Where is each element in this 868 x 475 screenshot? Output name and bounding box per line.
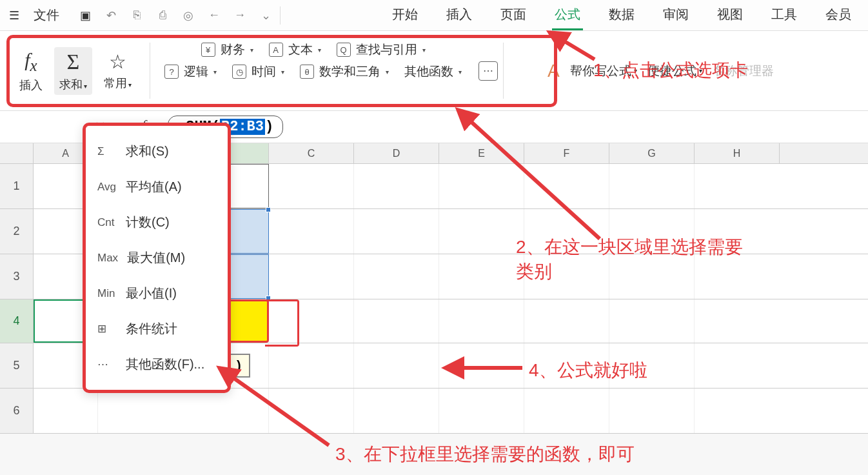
- cell-E6[interactable]: [439, 389, 524, 433]
- tab-start[interactable]: 开始: [390, 1, 420, 30]
- cell-G3[interactable]: [609, 254, 695, 299]
- dropdown-more-functions[interactable]: ⋯其他函数(F)...: [86, 347, 228, 382]
- ai-icon: A: [547, 61, 560, 81]
- cell-D1[interactable]: [354, 164, 439, 208]
- cell-B6[interactable]: [98, 389, 269, 433]
- tab-member[interactable]: 会员: [823, 1, 854, 30]
- ribbon-group-functions: fx 插入 Σ 求和▾ ☆ 常用▾: [6, 35, 144, 106]
- cell-F1[interactable]: [524, 164, 609, 208]
- formula-text-suffix: ): [265, 119, 273, 135]
- cell-G6[interactable]: [609, 389, 695, 433]
- col-header-D[interactable]: D: [354, 143, 439, 163]
- col-header-H[interactable]: H: [695, 143, 780, 163]
- star-icon: ☆: [109, 50, 126, 73]
- cell-G4[interactable]: [609, 299, 695, 343]
- row-header-6[interactable]: 6: [0, 389, 34, 433]
- undo-icon[interactable]: ↶: [102, 6, 120, 25]
- col-header-C[interactable]: C: [269, 143, 354, 163]
- time-button[interactable]: ◷时间▾: [232, 63, 284, 80]
- text-a-icon: A: [269, 43, 283, 57]
- ribbon-tabs: 开始 插入 页面 公式 数据 审阅 视图 工具 会员: [390, 1, 862, 30]
- cell-E2[interactable]: [439, 209, 524, 254]
- lookup-button[interactable]: Q查找与引用▾: [337, 41, 426, 58]
- cell-D5[interactable]: [354, 343, 439, 388]
- print-icon[interactable]: ⎙: [153, 6, 172, 25]
- select-all-corner[interactable]: [0, 143, 34, 163]
- cell-F4[interactable]: [524, 299, 609, 343]
- preview-icon[interactable]: ◎: [179, 6, 197, 25]
- cell-E1[interactable]: [439, 164, 524, 208]
- more-dots-button[interactable]: ⋯: [478, 61, 498, 81]
- save-icon[interactable]: ▣: [76, 6, 94, 25]
- quick-formula-button[interactable]: 便捷公式▾: [647, 63, 702, 79]
- dots-icon: ⋯: [97, 358, 117, 371]
- cell-A6[interactable]: [34, 389, 98, 433]
- row-header-2[interactable]: 2: [0, 209, 34, 254]
- cell-F3[interactable]: [524, 254, 609, 299]
- autosum-dropdown: Σ求和(S) Avg平均值(A) Cnt计数(C) Max最大值(M) Min最…: [83, 123, 231, 393]
- tab-view[interactable]: 视图: [715, 1, 745, 30]
- cell-E3[interactable]: [439, 254, 524, 299]
- cell-F6[interactable]: [524, 389, 609, 433]
- tab-formula[interactable]: 公式: [552, 1, 583, 30]
- name-manager-button[interactable]: 名称管理器: [713, 63, 774, 79]
- hamburger-icon[interactable]: ☰: [6, 6, 22, 25]
- dropdown-count[interactable]: Cnt计数(C): [86, 205, 228, 240]
- dropdown-min[interactable]: Min最小值(I): [86, 276, 228, 311]
- row-header-3[interactable]: 3: [0, 254, 34, 299]
- insert-function-label: 插入: [19, 77, 43, 93]
- ribbon-formula: fx 插入 Σ 求和▾ ☆ 常用▾ ¥财务▾ A文本▾ Q查找与引用▾ ?逻辑▾…: [0, 31, 868, 111]
- col-header-G[interactable]: G: [609, 143, 695, 163]
- cell-G1[interactable]: [609, 164, 695, 208]
- insert-function-button[interactable]: fx 插入: [19, 49, 43, 93]
- dropdown-icon[interactable]: ⌄: [257, 6, 275, 25]
- cell-D6[interactable]: [354, 389, 439, 433]
- selection-handle[interactable]: [266, 207, 271, 212]
- cell-C3[interactable]: [269, 254, 354, 299]
- back-icon[interactable]: ←: [205, 6, 223, 25]
- tab-page[interactable]: 页面: [498, 1, 529, 30]
- file-menu[interactable]: 文件: [27, 6, 66, 24]
- row-header-1[interactable]: 1: [0, 164, 34, 208]
- cell-C6[interactable]: [269, 389, 354, 433]
- common-label: 常用▾: [104, 76, 132, 91]
- annotation-3: 3、在下拉框里选择需要的函数，即可: [335, 442, 635, 467]
- col-header-E[interactable]: E: [439, 143, 524, 163]
- cell-F5[interactable]: [524, 343, 609, 388]
- col-header-F[interactable]: F: [524, 143, 609, 163]
- text-button[interactable]: A文本▾: [269, 41, 321, 58]
- finance-button[interactable]: ¥财务▾: [201, 41, 253, 58]
- autosum-button[interactable]: Σ 求和▾: [54, 47, 92, 95]
- help-formula-button[interactable]: 帮你写公式▾: [570, 63, 637, 79]
- cell-C2[interactable]: [269, 209, 354, 254]
- separator: [503, 43, 504, 99]
- dropdown-avg[interactable]: Avg平均值(A): [86, 169, 228, 205]
- cell-E4[interactable]: [439, 299, 524, 343]
- cell-E5[interactable]: [439, 343, 524, 388]
- dropdown-sum[interactable]: Σ求和(S): [86, 134, 228, 169]
- autosum-label: 求和▾: [59, 77, 87, 92]
- cell-C1[interactable]: [269, 164, 354, 208]
- tab-review[interactable]: 审阅: [660, 1, 691, 30]
- name-box[interactable]: [6, 117, 84, 137]
- cell-G5[interactable]: [609, 343, 695, 388]
- dropdown-conditional[interactable]: ⊞条件统计: [86, 311, 228, 347]
- common-functions-button[interactable]: ☆ 常用▾: [104, 50, 132, 91]
- dropdown-max[interactable]: Max最大值(M): [86, 240, 228, 276]
- tab-insert[interactable]: 插入: [444, 1, 475, 30]
- cell-C5[interactable]: [269, 343, 354, 388]
- forward-icon[interactable]: →: [231, 6, 249, 25]
- row-header-5[interactable]: 5: [0, 343, 34, 388]
- cell-D4[interactable]: [354, 299, 439, 343]
- tab-data[interactable]: 数据: [606, 1, 637, 30]
- math-button[interactable]: θ数学和三角▾: [300, 63, 389, 80]
- cell-D2[interactable]: [354, 209, 439, 254]
- cell-F2[interactable]: [524, 209, 609, 254]
- cell-D3[interactable]: [354, 254, 439, 299]
- redo-icon[interactable]: ⎘: [128, 6, 146, 25]
- other-functions-button[interactable]: 其他函数▾: [404, 63, 462, 80]
- row-header-4[interactable]: 4: [0, 299, 34, 343]
- tab-tools[interactable]: 工具: [769, 1, 800, 30]
- cell-G2[interactable]: [609, 209, 695, 254]
- logic-button[interactable]: ?逻辑▾: [164, 63, 217, 80]
